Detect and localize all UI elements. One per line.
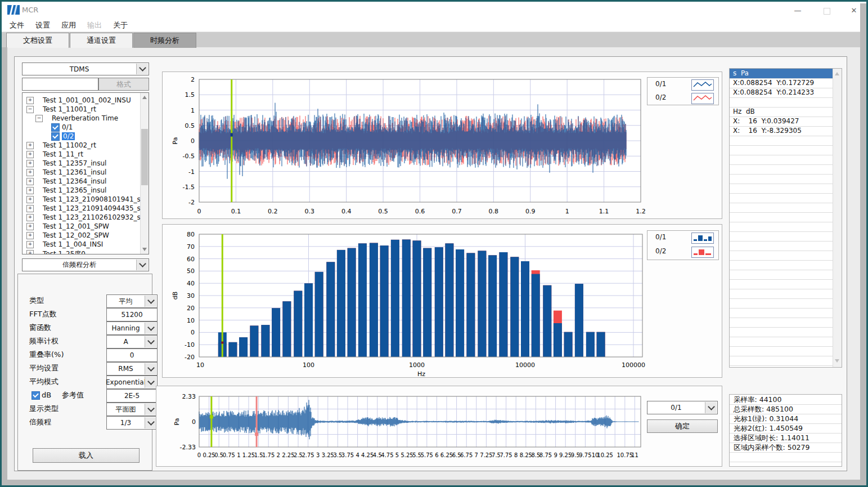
x-axis-title: Hz	[417, 370, 425, 378]
menu-item-4[interactable]: 输出	[84, 20, 105, 31]
load-button[interactable]: 载入	[33, 448, 140, 463]
search-input[interactable]	[22, 78, 98, 91]
db-checkbox-label: dB	[42, 389, 51, 401]
tree-row[interactable]: +Test 1_123_210914094435_spw	[23, 204, 141, 213]
overview-channel-combo-dropdown[interactable]	[705, 402, 717, 413]
combo-dropdown-button[interactable]	[145, 404, 156, 415]
analysis-type-combo-dropdown[interactable]	[136, 260, 148, 270]
tree-row[interactable]: 0/1	[23, 123, 141, 132]
legend-bar-icon[interactable]	[691, 233, 714, 244]
app-window: MCR — ✕ 文件设置应用输出关于 文档设置通道设置时频分析 TDMS 格式 …	[0, 0, 868, 487]
tree-row[interactable]: +Test 1_12361_insul	[23, 168, 141, 177]
x-tick-label: 11	[631, 452, 638, 458]
combo-dropdown-button[interactable]	[145, 323, 156, 334]
menu-item-5[interactable]: 关于	[110, 20, 131, 31]
expand-plus-icon[interactable]: +	[26, 142, 34, 149]
legend-label: 0/1	[655, 80, 666, 88]
file-tree[interactable]: +Test 1_001_001_002_INSU−Test 1_11001_rt…	[22, 92, 149, 254]
maximize-button[interactable]	[816, 4, 838, 17]
scroll-down-icon[interactable]	[835, 359, 839, 363]
tree-row[interactable]: +Test 1_1_004_INSI	[23, 240, 141, 249]
format-button[interactable]: 格式	[98, 78, 149, 91]
field-combo-9[interactable]: 平面图	[106, 403, 158, 416]
file-format-combo[interactable]: TDMS	[22, 62, 149, 75]
scroll-up-icon[interactable]	[835, 72, 839, 75]
tab-3[interactable]: 时频分析	[133, 33, 196, 48]
expand-plus-icon[interactable]: +	[26, 97, 34, 104]
octave-spectrum-legend: 0/10/2	[647, 230, 719, 260]
menu-item-1[interactable]: 文件	[6, 20, 28, 31]
tree-row[interactable]: 0/2	[23, 132, 141, 141]
legend-line-icon[interactable]	[691, 79, 714, 91]
readout-row	[730, 270, 833, 280]
field-combo-6[interactable]: RMS	[106, 362, 158, 376]
scrollbar-thumb[interactable]	[141, 129, 148, 185]
legend-line-icon[interactable]	[691, 93, 714, 104]
reference-value-input[interactable]: 2E-5	[106, 389, 158, 403]
confirm-button[interactable]: 确定	[647, 419, 718, 433]
tab-2[interactable]: 通道设置	[70, 33, 133, 48]
field-input-2[interactable]: 51200	[106, 308, 158, 321]
cursor-readout-list[interactable]: s PaX:0.088254 Y:0.172729X:0.088254 Y:0.…	[729, 68, 842, 368]
collapse-minus-icon[interactable]: −	[26, 106, 34, 113]
menu-item-3[interactable]: 应用	[58, 20, 79, 31]
time-zoom-chart[interactable]: 21.510.50-0.5-1-1.5-200.10.20.30.40.50.6…	[163, 72, 723, 220]
expand-plus-icon[interactable]: +	[26, 151, 34, 158]
tree-row[interactable]: +Test 1_12357_insul	[23, 159, 141, 168]
combo-dropdown-button[interactable]	[145, 336, 156, 347]
field-combo-4[interactable]: A	[106, 335, 158, 349]
analysis-type-combo[interactable]: 倍频程分析	[22, 258, 149, 271]
y-tick-label: 50	[187, 267, 195, 275]
combo-dropdown-button[interactable]	[145, 296, 156, 307]
scroll-down-icon[interactable]	[142, 248, 147, 251]
octave-spectrum-chart[interactable]: 80706050403020100-10-2010100100010000100…	[163, 225, 723, 378]
overview-channel-combo[interactable]: 0/1	[647, 401, 718, 414]
field-input-5[interactable]: 0	[106, 349, 158, 362]
expand-plus-icon[interactable]: +	[26, 241, 34, 248]
tree-row[interactable]: +Test 1_12_002_SPW	[23, 231, 141, 240]
overview-channel-combo-value: 0/1	[647, 401, 705, 414]
tree-row[interactable]: +Test 1_11002_rt	[23, 141, 141, 150]
tree-row[interactable]: −Reverberation Time	[23, 114, 141, 123]
combo-dropdown-button[interactable]	[145, 417, 156, 428]
field-combo-1[interactable]: 平均	[106, 294, 158, 308]
checkbox-checked-icon[interactable]	[51, 132, 60, 141]
tree-scrollbar[interactable]	[140, 93, 149, 254]
expand-plus-icon[interactable]: +	[26, 160, 34, 167]
tree-row[interactable]: +Test 1_001_001_002_INSU	[23, 96, 141, 105]
minimize-button[interactable]: —	[786, 4, 809, 17]
y-tick-label: 0	[191, 329, 195, 336]
field-combo-10[interactable]: 1/3	[106, 416, 158, 430]
scroll-up-icon[interactable]	[142, 96, 147, 99]
legend-bar-icon[interactable]	[691, 247, 714, 258]
menu-item-2[interactable]: 设置	[32, 20, 53, 31]
tree-row[interactable]: +Test 1_123_210908101941_spw	[23, 195, 141, 204]
tree-row[interactable]: +Test 1_12364_insul	[23, 177, 141, 186]
expand-plus-icon[interactable]: +	[26, 178, 34, 185]
expand-plus-icon[interactable]: +	[26, 187, 34, 194]
tree-row[interactable]: +Test 1_25度0	[23, 249, 141, 254]
tree-row[interactable]: +Test 1_12_001_SPW	[23, 222, 141, 231]
expand-plus-icon[interactable]: +	[26, 214, 34, 221]
expand-plus-icon[interactable]: +	[26, 196, 34, 203]
expand-plus-icon[interactable]: +	[26, 232, 34, 239]
expand-plus-icon[interactable]: +	[26, 169, 34, 176]
field-combo-3[interactable]: Hanning	[106, 321, 158, 335]
tree-row[interactable]: +Test 1_12365_insul	[23, 186, 141, 195]
time-overview-chart[interactable]: 2.330-2.33Pa00.250.50.7511.251.51.7522.2…	[156, 386, 723, 467]
expand-plus-icon[interactable]: +	[26, 250, 34, 254]
tab-1[interactable]: 文档设置	[6, 33, 69, 48]
tree-row[interactable]: −Test 1_11001_rt	[23, 105, 141, 114]
combo-dropdown-button[interactable]	[145, 377, 156, 388]
tree-row[interactable]: +Test 1_11_rt	[23, 150, 141, 159]
collapse-minus-icon[interactable]: −	[35, 115, 43, 122]
file-format-combo-dropdown[interactable]	[136, 64, 148, 74]
readout-scrollbar[interactable]	[833, 69, 842, 367]
expand-plus-icon[interactable]: +	[26, 223, 34, 230]
combo-dropdown-button[interactable]	[145, 363, 156, 374]
tree-row[interactable]: +Test 1_123_211026102932_spw	[23, 213, 141, 222]
checkbox-checked-icon[interactable]	[51, 123, 60, 132]
db-checkbox-checked-icon[interactable]	[32, 391, 40, 400]
field-combo-7[interactable]: Exponential	[106, 376, 158, 389]
expand-plus-icon[interactable]: +	[26, 205, 34, 212]
